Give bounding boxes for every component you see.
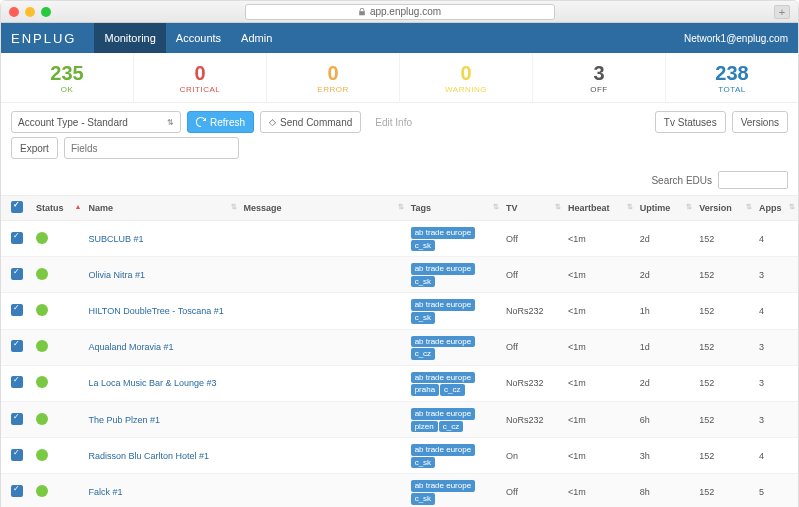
tag[interactable]: c_sk xyxy=(411,312,435,324)
col-header-apps[interactable]: Apps⇅ xyxy=(755,196,798,221)
tag[interactable]: c_cz xyxy=(411,348,435,360)
window-maximize-icon[interactable] xyxy=(41,7,51,17)
row-checkbox[interactable] xyxy=(11,304,23,316)
stat-critical[interactable]: 0CRITICAL xyxy=(134,53,267,102)
table-row: Falck #1ab trade europec_skOff<1m8h1525 xyxy=(1,474,798,507)
tag[interactable]: ab trade europe xyxy=(411,227,476,239)
uptime-cell: 3h xyxy=(636,438,696,474)
version-cell: 152 xyxy=(695,221,755,257)
tag[interactable]: ab trade europe xyxy=(411,299,476,311)
col-header-message[interactable]: Message⇅ xyxy=(240,196,407,221)
uptime-cell: 6h xyxy=(636,401,696,437)
message-cell xyxy=(240,257,407,293)
select-all-checkbox[interactable] xyxy=(11,201,23,213)
stat-total[interactable]: 238TOTAL xyxy=(666,53,798,102)
url-bar[interactable]: app.enplug.com xyxy=(245,4,555,20)
version-cell: 152 xyxy=(695,257,755,293)
col-header-status[interactable]: Status▲ xyxy=(32,196,84,221)
message-cell xyxy=(240,474,407,507)
tag[interactable]: ab trade europe xyxy=(411,444,476,456)
row-checkbox[interactable] xyxy=(11,232,23,244)
tag[interactable]: ab trade europe xyxy=(411,336,476,348)
col-header-tv[interactable]: TV⇅ xyxy=(502,196,564,221)
tag[interactable]: c_sk xyxy=(411,457,435,469)
heartbeat-cell: <1m xyxy=(564,401,636,437)
export-button[interactable]: Export xyxy=(11,137,58,159)
heartbeat-cell: <1m xyxy=(564,365,636,401)
tag[interactable]: c_cz xyxy=(439,421,463,433)
stat-warning[interactable]: 0WARNING xyxy=(400,53,533,102)
account-type-select[interactable]: Account Type - Standard xyxy=(11,111,181,133)
tag[interactable]: ab trade europe xyxy=(411,372,476,384)
col-header-version[interactable]: Version⇅ xyxy=(695,196,755,221)
tag[interactable]: ab trade europe xyxy=(411,480,476,492)
send-command-button[interactable]: ◇ Send Command xyxy=(260,111,361,133)
device-name-link[interactable]: SUBCLUB #1 xyxy=(89,234,144,244)
row-checkbox[interactable] xyxy=(11,449,23,461)
col-header-uptime[interactable]: Uptime⇅ xyxy=(636,196,696,221)
device-name-link[interactable]: Radisson Blu Carlton Hotel #1 xyxy=(89,451,210,461)
window-minimize-icon[interactable] xyxy=(25,7,35,17)
uptime-cell: 2d xyxy=(636,257,696,293)
sort-icon: ⇅ xyxy=(627,203,633,211)
window-close-icon[interactable] xyxy=(9,7,19,17)
uptime-cell: 8h xyxy=(636,474,696,507)
tags-cell: ab trade europec_cz xyxy=(407,329,502,365)
heartbeat-cell: <1m xyxy=(564,293,636,329)
device-name-link[interactable]: Olivia Nitra #1 xyxy=(89,270,146,280)
user-email[interactable]: Network1@enplug.com xyxy=(684,33,788,44)
stat-ok[interactable]: 235OK xyxy=(1,53,134,102)
row-checkbox[interactable] xyxy=(11,376,23,388)
message-cell xyxy=(240,438,407,474)
tag[interactable]: c_sk xyxy=(411,493,435,505)
stat-off[interactable]: 3OFF xyxy=(533,53,666,102)
sort-icon: ⇅ xyxy=(231,203,237,211)
nav-accounts[interactable]: Accounts xyxy=(166,23,231,53)
device-name-link[interactable]: HILTON DoubleTree - Toscana #1 xyxy=(89,306,224,316)
main-navbar: ENPLUG MonitoringAccountsAdmin Network1@… xyxy=(1,23,798,53)
row-checkbox[interactable] xyxy=(11,485,23,497)
tag[interactable]: praha xyxy=(411,384,439,396)
refresh-button[interactable]: Refresh xyxy=(187,111,254,133)
url-text: app.enplug.com xyxy=(370,6,441,17)
stat-error[interactable]: 0ERROR xyxy=(267,53,400,102)
uptime-cell: 2d xyxy=(636,365,696,401)
nav-admin[interactable]: Admin xyxy=(231,23,282,53)
status-dot xyxy=(36,449,48,461)
sort-icon: ⇅ xyxy=(398,203,404,211)
tv-cell: NoRs232 xyxy=(502,293,564,329)
row-checkbox[interactable] xyxy=(11,413,23,425)
tag[interactable]: plzen xyxy=(411,421,438,433)
search-edu-label: Search EDUs xyxy=(651,175,712,186)
device-name-link[interactable]: The Pub Plzen #1 xyxy=(89,415,161,425)
edit-info-button[interactable]: Edit Info xyxy=(367,111,420,133)
apps-cell: 4 xyxy=(755,293,798,329)
device-name-link[interactable]: La Loca Music Bar & Lounge #3 xyxy=(89,378,217,388)
col-header-checkbox[interactable] xyxy=(1,196,32,221)
device-name-link[interactable]: Falck #1 xyxy=(89,487,123,497)
sort-icon: ⇅ xyxy=(789,203,795,211)
new-tab-button[interactable]: + xyxy=(774,5,790,19)
tag[interactable]: c_sk xyxy=(411,276,435,288)
nav-monitoring[interactable]: Monitoring xyxy=(94,23,165,53)
brand-logo[interactable]: ENPLUG xyxy=(11,31,76,46)
tag[interactable]: ab trade europe xyxy=(411,263,476,275)
tag[interactable]: c_sk xyxy=(411,240,435,252)
col-header-heartbeat[interactable]: Heartbeat⇅ xyxy=(564,196,636,221)
search-edu-input[interactable] xyxy=(718,171,788,189)
device-name-link[interactable]: Aqualand Moravia #1 xyxy=(89,342,174,352)
apps-cell: 3 xyxy=(755,329,798,365)
fields-input[interactable] xyxy=(64,137,239,159)
row-checkbox[interactable] xyxy=(11,268,23,280)
tv-cell: On xyxy=(502,438,564,474)
row-checkbox[interactable] xyxy=(11,340,23,352)
tag[interactable]: ab trade europe xyxy=(411,408,476,420)
tv-statuses-button[interactable]: Tv Statuses xyxy=(655,111,726,133)
versions-button[interactable]: Versions xyxy=(732,111,788,133)
tag[interactable]: c_cz xyxy=(440,384,464,396)
status-dot xyxy=(36,232,48,244)
table-row: Olivia Nitra #1ab trade europec_skOff<1m… xyxy=(1,257,798,293)
col-header-tags[interactable]: Tags⇅ xyxy=(407,196,502,221)
col-header-name[interactable]: Name⇅ xyxy=(85,196,240,221)
version-cell: 152 xyxy=(695,365,755,401)
